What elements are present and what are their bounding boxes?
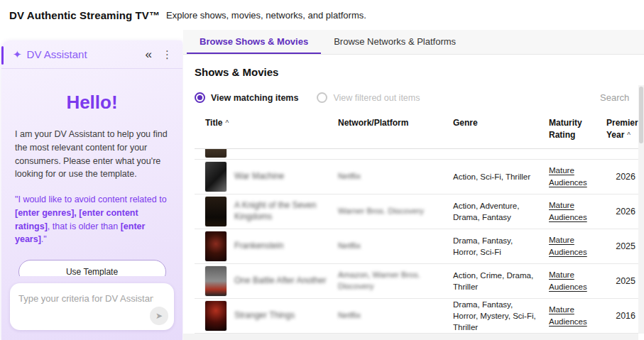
table-row[interactable]: Frankenstein Netflix Drama, Fantasy, Hor… (195, 229, 644, 264)
maturity-rating-link[interactable]: Mature Audiences (549, 304, 593, 329)
send-icon: ➤ (155, 312, 163, 320)
quote-part: ." (41, 234, 47, 244)
kebab-menu-icon[interactable]: ⋮ (159, 48, 175, 61)
show-network: Netflix (338, 310, 453, 322)
radio-view-filtered-out[interactable]: View filtered out items (317, 92, 420, 103)
maturity-rating-link[interactable]: Mature Audiences (549, 269, 593, 294)
radio-filtered-label: View filtered out items (333, 93, 420, 103)
sort-asc-icon[interactable]: ^ (225, 119, 229, 127)
show-network: Netflix (338, 241, 453, 252)
poster-thumbnail (205, 197, 227, 226)
maturity-rating-link[interactable]: Mature Audiences (549, 165, 593, 190)
show-genre: Action, Adventure, Drama, Fantasy (453, 200, 544, 223)
maturity-rating-link[interactable]: Mature Audiences (549, 199, 593, 224)
show-genre: Drama, Fantasy, Horror, Sci-Fi (453, 235, 544, 258)
horizontal-scrollbar[interactable] (183, 334, 638, 340)
vertical-scrollbar[interactable] (638, 85, 644, 334)
app-title: DV Authentic Streaming TV™ (9, 9, 160, 21)
poster-thumbnail (205, 266, 227, 296)
poster-thumbnail (205, 301, 227, 331)
app-header: DV Authentic Streaming TV™ Explore shows… (0, 0, 644, 30)
radio-view-matching[interactable]: View matching items (195, 92, 298, 103)
send-button[interactable]: ➤ (150, 307, 168, 325)
show-genre: Drama, Fantasy, Horror, Mystery, Sci-Fi,… (453, 299, 544, 333)
radio-unselected-icon (317, 92, 327, 103)
assistant-header: ✦ DV Assistant « ⋮ (1, 40, 182, 69)
main-area: Browse Shows & Movies Browse Networks & … (183, 30, 644, 340)
tab-browse-shows-movies[interactable]: Browse Shows & Movies (187, 30, 321, 54)
show-title: War Machine (234, 171, 284, 182)
show-title: One Battle After Another (234, 275, 326, 287)
assistant-chatbox[interactable]: ➤ (10, 283, 174, 330)
show-title: Stranger Things (234, 310, 295, 322)
quote-part: "I would like to avoid content related t… (15, 194, 167, 204)
section-title: Shows & Movies (195, 66, 644, 78)
column-header-rating[interactable]: Maturity Rating (549, 117, 599, 142)
tab-bar: Browse Shows & Movies Browse Networks & … (183, 30, 644, 55)
shows-movies-content: Shows & Movies View matching items View … (183, 55, 644, 340)
show-network: Warner Bros. Discovery (338, 206, 453, 217)
filter-controls: View matching items View filtered out it… (195, 92, 644, 103)
table-header: Title^ Network/Platform Genre Maturity R… (195, 111, 644, 149)
collapse-panel-icon[interactable]: « (138, 48, 159, 62)
poster-thumbnail (205, 231, 227, 261)
show-title: Frankenstein (234, 241, 283, 252)
assistant-template-quote: "I would like to avoid content related t… (1, 193, 182, 246)
table-body: War Machine Netflix Action, Sci-Fi, Thri… (195, 149, 644, 334)
column-header-network[interactable]: Network/Platform (338, 117, 453, 129)
column-header-genre[interactable]: Genre (453, 117, 549, 129)
assistant-criteria-input[interactable] (18, 293, 153, 304)
dv-assistant-panel: ✦ DV Assistant « ⋮ Hello! I am your DV A… (1, 40, 182, 340)
use-template-button[interactable]: Use Template (18, 260, 166, 276)
app-subtitle: Explore shows, movies, networks, and pla… (166, 10, 366, 21)
show-genre: Action, Sci-Fi, Thriller (453, 171, 544, 182)
column-header-title[interactable]: Title^ (205, 117, 338, 129)
table-row-partial[interactable] (195, 149, 644, 160)
show-title: A Knight of the Seven Kingdoms (234, 200, 331, 222)
assistant-intro: I am your DV Assistant to help you find … (1, 128, 182, 181)
search-input[interactable] (600, 92, 637, 103)
sort-icon[interactable]: ^ (627, 131, 631, 139)
table-row[interactable]: Stranger Things Netflix Drama, Fantasy, … (195, 299, 644, 334)
table-row[interactable]: A Knight of the Seven Kingdoms Warner Br… (195, 194, 644, 229)
radio-selected-icon (195, 92, 205, 103)
table-row[interactable]: One Battle After Another Amazon, Warner … (195, 264, 644, 299)
radio-matching-label: View matching items (211, 93, 298, 103)
assistant-body: Hello! I am your DV Assistant to help yo… (1, 69, 182, 276)
vertical-scrollbar-thumb[interactable] (639, 87, 643, 143)
assistant-title: DV Assistant (27, 48, 138, 60)
sparkle-icon: ✦ (13, 48, 22, 61)
maturity-rating-link[interactable]: Mature Audiences (549, 234, 593, 259)
tab-browse-networks-platforms[interactable]: Browse Networks & Platforms (321, 30, 469, 54)
poster-thumbnail (205, 149, 227, 158)
quote-part: , that is older than (48, 221, 121, 231)
poster-thumbnail (205, 162, 227, 192)
show-network: Netflix (338, 171, 453, 182)
table-row[interactable]: War Machine Netflix Action, Sci-Fi, Thri… (195, 160, 644, 194)
show-genre: Action, Crime, Drama, Thriller (453, 270, 544, 292)
show-network: Amazon, Warner Bros. Discovery (338, 270, 453, 292)
assistant-greeting: Hello! (1, 92, 182, 114)
